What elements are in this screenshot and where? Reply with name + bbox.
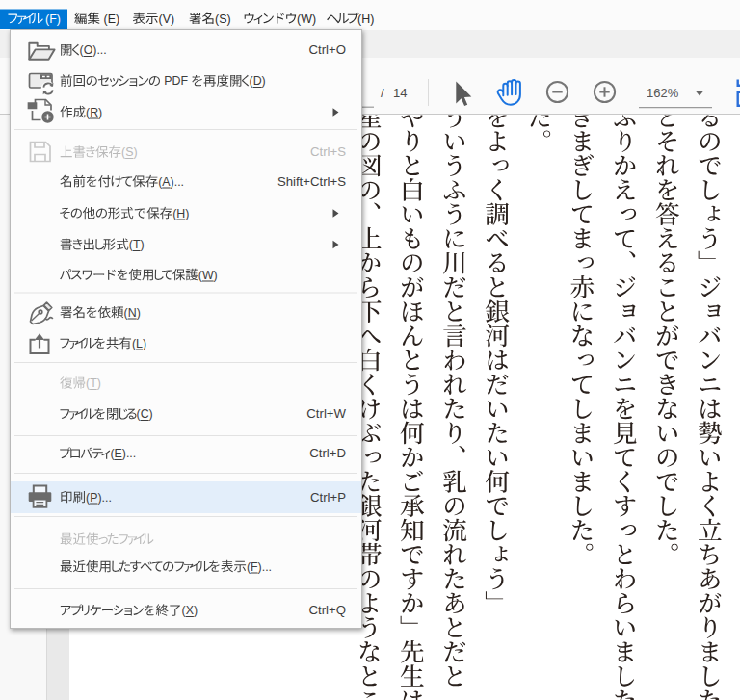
svg-text:(H): (H)	[357, 13, 374, 26]
svg-text:...: ...	[126, 447, 136, 460]
svg-text:(L): (L)	[132, 337, 146, 350]
svg-text:...: ...	[174, 175, 184, 189]
svg-text:(E): (E)	[104, 13, 120, 26]
svg-text:(F): (F)	[247, 560, 262, 574]
svg-text:(A): (A)	[158, 175, 174, 189]
svg-text:(W): (W)	[198, 269, 218, 282]
svg-text:(E): (E)	[110, 447, 126, 460]
svg-text:162%: 162%	[647, 86, 679, 100]
svg-text:Shift+Ctrl+S: Shift+Ctrl+S	[278, 174, 346, 189]
svg-text:(V): (V)	[159, 13, 175, 26]
svg-text:Ctrl+D: Ctrl+D	[309, 446, 346, 460]
svg-text:(D): (D)	[250, 74, 266, 88]
svg-text:...: ...	[96, 43, 106, 57]
svg-text:(C): (C)	[137, 407, 153, 421]
svg-text:(R): (R)	[86, 106, 102, 119]
svg-text:(X): (X)	[182, 604, 198, 617]
svg-text:Ctrl+P: Ctrl+P	[310, 490, 346, 505]
svg-text:14: 14	[393, 86, 407, 100]
svg-text:(W): (W)	[297, 13, 316, 26]
svg-text:PDF: PDF	[164, 74, 188, 88]
svg-text:(F): (F)	[45, 13, 61, 26]
svg-text:(O): (O)	[80, 43, 97, 57]
svg-text:(T): (T)	[129, 238, 145, 251]
svg-text:...: ...	[102, 491, 112, 505]
svg-text:/: /	[381, 86, 384, 100]
svg-text:Ctrl+Q: Ctrl+Q	[309, 603, 346, 617]
svg-text:(T): (T)	[86, 376, 101, 390]
svg-text:...: ...	[262, 560, 272, 574]
svg-text:Ctrl+W: Ctrl+W	[306, 406, 346, 421]
svg-text:(N): (N)	[124, 306, 141, 320]
svg-text:Ctrl+S: Ctrl+S	[310, 144, 346, 159]
svg-text:(S): (S)	[215, 13, 231, 26]
svg-text:(P): (P)	[86, 491, 102, 505]
svg-text:Ctrl+O: Ctrl+O	[309, 42, 346, 57]
svg-text:(S): (S)	[121, 145, 138, 159]
svg-text:(H): (H)	[172, 207, 189, 220]
